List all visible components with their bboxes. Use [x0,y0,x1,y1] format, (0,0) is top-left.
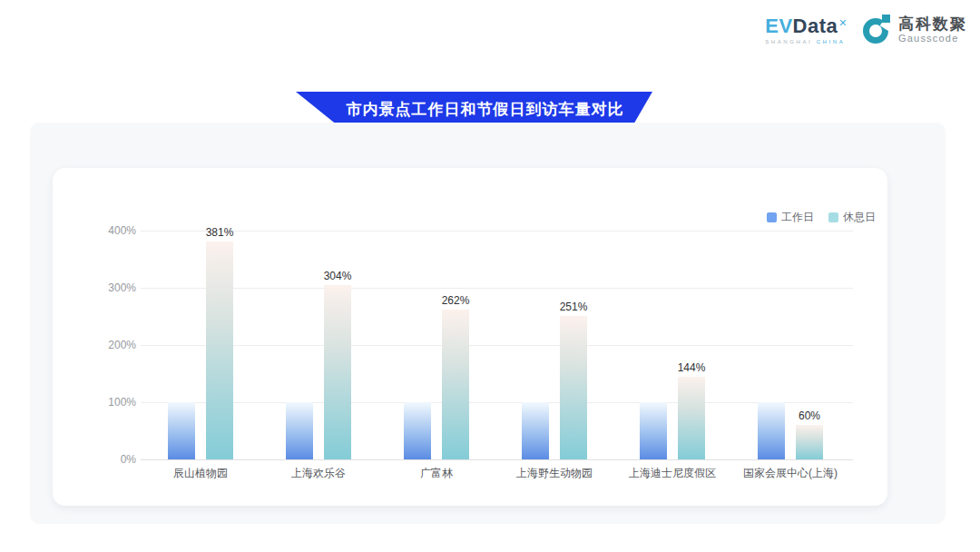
bar-restday [796,425,823,459]
legend-item-restday[interactable]: 休息日 [828,210,876,225]
bar-restday [560,316,587,459]
gausscode-square-shape [882,15,890,23]
gausscode-text: 高科数聚 Gausscode [898,15,967,44]
content-panel: 工作日休息日 0%100%200%300%400%381%辰山植物园304%上海… [30,123,946,524]
bar-restday [678,377,705,459]
bar-value-label: 304% [310,270,365,282]
evdata-x-icon: ✕ [838,17,848,28]
bar-value-label: 251% [546,301,601,313]
evdata-wordmark: EVData✕ [765,16,847,36]
legend-swatch-icon [828,212,838,222]
gausscode-en-name: Gausscode [898,33,967,44]
evdata-subtitle: SHANGHAI CHINA [765,39,845,44]
gridline-300% [141,288,853,289]
page-title: 市内景点工作日和节假日到访车量对比 [347,99,624,120]
bar-workday [640,402,667,459]
x-axis-label: 上海欢乐谷 [255,466,382,481]
bar-value-label: 60% [782,409,837,422]
legend-label: 工作日 [781,210,814,225]
gridline-0% [141,459,853,460]
evdata-ev-text: EV [765,15,792,37]
bar-value-label: 262% [428,294,483,307]
bar-workday [168,402,195,459]
evdata-logo: EVData✕ SHANGHAI CHINA [765,16,847,44]
page: EVData✕ SHANGHAI CHINA 高科数聚 Gausscode 市内… [0,0,980,552]
x-axis-label: 上海野生动物园 [491,466,618,481]
gridline-400% [141,231,853,232]
gausscode-logo: 高科数聚 Gausscode [863,15,967,45]
bar-value-label: 144% [664,361,719,374]
evdata-data-text: Data [793,15,838,37]
bar-restday [324,285,351,459]
bar-workday [286,402,313,459]
legend-label: 休息日 [843,210,876,225]
brand-header: EVData✕ SHANGHAI CHINA 高科数聚 Gausscode [765,15,967,45]
bar-restday [206,242,233,459]
chart-title-banner: 市内景点工作日和节假日到访车量对比 [296,92,652,126]
gausscode-g-icon [863,15,892,45]
bar-workday [758,402,785,459]
y-axis-tick: 200% [89,339,136,351]
x-axis-label: 国家会展中心(上海) [727,466,854,481]
x-axis-label: 辰山植物园 [137,466,264,481]
gausscode-cn-name: 高科数聚 [898,15,967,33]
bar-workday [522,402,549,459]
chart-card: 工作日休息日 0%100%200%300%400%381%辰山植物园304%上海… [53,168,887,506]
y-axis-tick: 300% [89,281,136,294]
bar-value-label: 381% [192,226,247,239]
bar-workday [404,402,431,459]
legend-swatch-icon [767,212,777,222]
evdata-subtitle-china: CHINA [817,39,846,44]
y-axis-tick: 100% [89,396,136,409]
y-axis-tick: 400% [89,224,136,237]
x-axis-label: 上海迪士尼度假区 [609,466,736,481]
legend-item-workday[interactable]: 工作日 [767,210,814,225]
gridline-200% [141,345,853,346]
x-axis-label: 广富林 [373,466,500,481]
evdata-subtitle-shanghai: SHANGHAI [765,39,812,44]
bar-restday [442,310,469,459]
chart-legend: 工作日休息日 [767,210,876,225]
y-axis-tick: 0% [89,453,136,466]
gridline-100% [141,402,853,403]
